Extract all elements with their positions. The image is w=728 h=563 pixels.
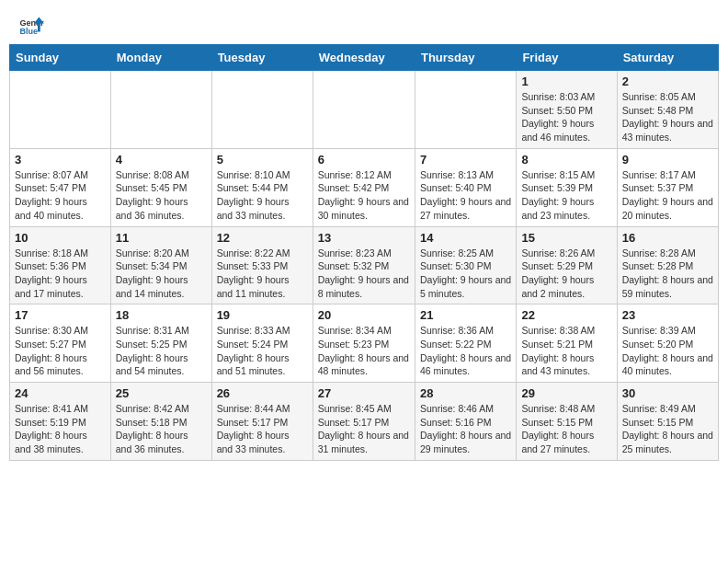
day-cell: 22Sunrise: 8:38 AM Sunset: 5:21 PM Dayli… (517, 304, 617, 383)
day-number: 24 (15, 386, 106, 400)
day-number: 13 (318, 231, 410, 245)
day-cell: 5Sunrise: 8:10 AM Sunset: 5:44 PM Daylig… (211, 148, 313, 226)
day-cell: 20Sunrise: 8:34 AM Sunset: 5:23 PM Dayli… (313, 304, 415, 383)
day-info: Sunrise: 8:41 AM Sunset: 5:19 PM Dayligh… (15, 402, 106, 456)
day-info: Sunrise: 8:46 AM Sunset: 5:16 PM Dayligh… (420, 402, 511, 456)
day-cell: 7Sunrise: 8:13 AM Sunset: 5:40 PM Daylig… (415, 148, 516, 226)
day-number: 16 (622, 231, 713, 245)
day-info: Sunrise: 8:45 AM Sunset: 5:17 PM Dayligh… (318, 402, 410, 456)
day-number: 15 (521, 231, 611, 245)
day-number: 7 (420, 153, 511, 167)
weekday-header-monday: Monday (110, 45, 211, 71)
weekday-header-saturday: Saturday (617, 45, 718, 71)
day-cell: 24Sunrise: 8:41 AM Sunset: 5:19 PM Dayli… (10, 383, 111, 461)
day-info: Sunrise: 8:33 AM Sunset: 5:24 PM Dayligh… (217, 324, 308, 378)
day-number: 5 (217, 153, 308, 167)
day-number: 3 (15, 153, 106, 167)
day-cell: 26Sunrise: 8:44 AM Sunset: 5:17 PM Dayli… (211, 383, 313, 461)
day-number: 22 (521, 308, 611, 322)
day-cell (313, 71, 415, 149)
day-cell: 10Sunrise: 8:18 AM Sunset: 5:36 PM Dayli… (10, 226, 111, 304)
day-cell: 21Sunrise: 8:36 AM Sunset: 5:22 PM Dayli… (415, 304, 516, 383)
week-row-3: 10Sunrise: 8:18 AM Sunset: 5:36 PM Dayli… (10, 226, 719, 304)
day-info: Sunrise: 8:23 AM Sunset: 5:32 PM Dayligh… (318, 247, 410, 301)
day-info: Sunrise: 8:20 AM Sunset: 5:34 PM Dayligh… (116, 247, 207, 301)
header: General Blue (0, 0, 728, 44)
day-cell (415, 71, 516, 149)
day-info: Sunrise: 8:44 AM Sunset: 5:17 PM Dayligh… (217, 402, 308, 456)
day-cell: 17Sunrise: 8:30 AM Sunset: 5:27 PM Dayli… (10, 304, 111, 383)
day-cell: 19Sunrise: 8:33 AM Sunset: 5:24 PM Dayli… (211, 304, 313, 383)
week-row-5: 24Sunrise: 8:41 AM Sunset: 5:19 PM Dayli… (10, 383, 719, 461)
day-cell: 12Sunrise: 8:22 AM Sunset: 5:33 PM Dayli… (211, 226, 313, 304)
day-number: 11 (116, 231, 207, 245)
day-cell: 8Sunrise: 8:15 AM Sunset: 5:39 PM Daylig… (517, 148, 617, 226)
weekday-header-row: SundayMondayTuesdayWednesdayThursdayFrid… (10, 45, 719, 71)
day-number: 25 (116, 386, 207, 400)
day-info: Sunrise: 8:28 AM Sunset: 5:28 PM Dayligh… (622, 247, 713, 301)
day-info: Sunrise: 8:08 AM Sunset: 5:45 PM Dayligh… (116, 168, 207, 223)
day-cell: 28Sunrise: 8:46 AM Sunset: 5:16 PM Dayli… (415, 383, 516, 461)
week-row-2: 3Sunrise: 8:07 AM Sunset: 5:47 PM Daylig… (10, 148, 719, 226)
day-number: 26 (217, 386, 308, 400)
day-cell (110, 71, 211, 149)
day-info: Sunrise: 8:22 AM Sunset: 5:33 PM Dayligh… (217, 247, 308, 301)
day-number: 29 (521, 386, 611, 400)
weekday-header-thursday: Thursday (415, 45, 516, 71)
day-info: Sunrise: 8:34 AM Sunset: 5:23 PM Dayligh… (318, 324, 410, 378)
day-cell: 25Sunrise: 8:42 AM Sunset: 5:18 PM Dayli… (110, 383, 211, 461)
day-cell: 11Sunrise: 8:20 AM Sunset: 5:34 PM Dayli… (110, 226, 211, 304)
svg-text:Blue: Blue (19, 27, 38, 36)
week-row-1: 1Sunrise: 8:03 AM Sunset: 5:50 PM Daylig… (10, 71, 719, 149)
day-number: 19 (217, 308, 308, 322)
weekday-header-sunday: Sunday (10, 45, 111, 71)
weekday-header-friday: Friday (517, 45, 617, 71)
day-info: Sunrise: 8:31 AM Sunset: 5:25 PM Dayligh… (116, 324, 207, 378)
day-info: Sunrise: 8:18 AM Sunset: 5:36 PM Dayligh… (15, 247, 106, 301)
day-number: 12 (217, 231, 308, 245)
day-number: 17 (15, 308, 106, 322)
day-cell (10, 71, 111, 149)
day-info: Sunrise: 8:15 AM Sunset: 5:39 PM Dayligh… (521, 168, 611, 223)
day-cell: 1Sunrise: 8:03 AM Sunset: 5:50 PM Daylig… (517, 71, 617, 149)
day-cell: 15Sunrise: 8:26 AM Sunset: 5:29 PM Dayli… (517, 226, 617, 304)
day-info: Sunrise: 8:30 AM Sunset: 5:27 PM Dayligh… (15, 324, 106, 378)
day-number: 20 (318, 308, 410, 322)
day-info: Sunrise: 8:26 AM Sunset: 5:29 PM Dayligh… (521, 247, 611, 301)
day-info: Sunrise: 8:25 AM Sunset: 5:30 PM Dayligh… (420, 247, 511, 301)
day-info: Sunrise: 8:10 AM Sunset: 5:44 PM Dayligh… (217, 168, 308, 223)
day-info: Sunrise: 8:03 AM Sunset: 5:50 PM Dayligh… (521, 90, 611, 144)
logo-icon: General Blue (18, 14, 44, 40)
day-number: 30 (622, 386, 713, 400)
day-number: 10 (15, 231, 106, 245)
day-cell: 18Sunrise: 8:31 AM Sunset: 5:25 PM Dayli… (110, 304, 211, 383)
day-cell: 23Sunrise: 8:39 AM Sunset: 5:20 PM Dayli… (617, 304, 718, 383)
day-info: Sunrise: 8:42 AM Sunset: 5:18 PM Dayligh… (116, 402, 207, 456)
day-cell: 6Sunrise: 8:12 AM Sunset: 5:42 PM Daylig… (313, 148, 415, 226)
day-cell (211, 71, 313, 149)
day-info: Sunrise: 8:07 AM Sunset: 5:47 PM Dayligh… (15, 168, 106, 223)
week-row-4: 17Sunrise: 8:30 AM Sunset: 5:27 PM Dayli… (10, 304, 719, 383)
day-cell: 13Sunrise: 8:23 AM Sunset: 5:32 PM Dayli… (313, 226, 415, 304)
day-cell: 16Sunrise: 8:28 AM Sunset: 5:28 PM Dayli… (617, 226, 718, 304)
day-cell: 27Sunrise: 8:45 AM Sunset: 5:17 PM Dayli… (313, 383, 415, 461)
weekday-header-tuesday: Tuesday (211, 45, 313, 71)
day-cell: 4Sunrise: 8:08 AM Sunset: 5:45 PM Daylig… (110, 148, 211, 226)
day-info: Sunrise: 8:36 AM Sunset: 5:22 PM Dayligh… (420, 324, 511, 378)
day-number: 23 (622, 308, 713, 322)
day-info: Sunrise: 8:48 AM Sunset: 5:15 PM Dayligh… (521, 402, 611, 456)
day-info: Sunrise: 8:13 AM Sunset: 5:40 PM Dayligh… (420, 168, 511, 223)
day-number: 6 (318, 153, 410, 167)
day-cell: 29Sunrise: 8:48 AM Sunset: 5:15 PM Dayli… (517, 383, 617, 461)
day-number: 21 (420, 308, 511, 322)
day-cell: 14Sunrise: 8:25 AM Sunset: 5:30 PM Dayli… (415, 226, 516, 304)
day-number: 28 (420, 386, 511, 400)
day-cell: 9Sunrise: 8:17 AM Sunset: 5:37 PM Daylig… (617, 148, 718, 226)
day-number: 18 (116, 308, 207, 322)
day-info: Sunrise: 8:39 AM Sunset: 5:20 PM Dayligh… (622, 324, 713, 378)
calendar-container: SundayMondayTuesdayWednesdayThursdayFrid… (0, 44, 728, 470)
day-number: 8 (521, 153, 611, 167)
day-cell: 2Sunrise: 8:05 AM Sunset: 5:48 PM Daylig… (617, 71, 718, 149)
day-number: 14 (420, 231, 511, 245)
day-info: Sunrise: 8:05 AM Sunset: 5:48 PM Dayligh… (622, 90, 713, 144)
